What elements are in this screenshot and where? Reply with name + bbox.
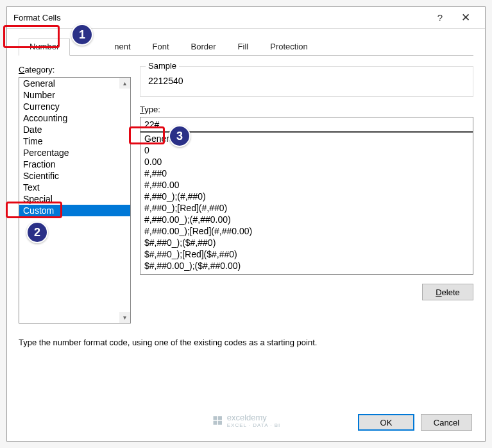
category-label: Category: [19,65,131,74]
type-item[interactable]: #,##0_);[Red](#,##0) [140,202,473,214]
tab-number[interactable]: Number [19,39,70,56]
type-item[interactable]: 0 [140,144,473,156]
help-text: Type the number format code, using one o… [19,338,473,347]
type-item[interactable]: $#,##0.00_);($#,##0.00) [140,260,473,271]
category-item-date[interactable]: Date [19,124,130,135]
content-area: Category: ▴ General Number Currency Acco… [19,65,473,323]
category-item-text[interactable]: Text [19,182,130,193]
sample-group: Sample 2212540 [140,66,473,97]
watermark-icon [212,415,223,426]
type-label: Type: [140,105,473,114]
close-icon[interactable]: ✕ [453,7,479,29]
help-icon[interactable]: ? [427,7,453,29]
footer-buttons: OK Cancel [358,414,472,431]
tab-protection[interactable]: Protection [259,39,319,56]
category-item-time[interactable]: Time [19,135,130,147]
format-cells-dialog: Format Cells ? ✕ Number nent Font Border… [6,6,486,442]
category-item-custom[interactable]: Custom [19,205,130,216]
category-item-scientific[interactable]: Scientific [19,170,130,182]
watermark-sub: EXCEL · DATA · BI [227,422,281,428]
window-title: Format Cells [13,13,427,22]
scroll-up-icon[interactable]: ▴ [119,78,130,89]
cancel-button[interactable]: Cancel [421,414,472,431]
type-item[interactable]: 0.00 [140,156,473,168]
category-listbox[interactable]: ▴ General Number Currency Accounting Dat… [19,77,131,323]
category-item-special[interactable]: Special [19,193,130,205]
type-item[interactable]: $#,##0_);[Red]($#,##0) [140,248,473,260]
watermark-name: exceldemy [227,413,267,422]
tab-fill[interactable]: Fill [227,39,260,56]
category-item-general[interactable]: General [19,78,130,89]
tab-alignment[interactable]: nent [103,39,141,56]
category-item-fraction[interactable]: Fraction [19,159,130,170]
watermark: exceldemy EXCEL · DATA · BI [212,413,281,428]
ok-button[interactable]: OK [358,414,414,431]
tab-border[interactable]: Border [180,39,227,56]
type-item[interactable]: #,##0.00_);[Red](#,##0.00) [140,225,473,237]
sample-value: 2212540 [147,73,466,89]
type-listbox[interactable]: General 0 0.00 #,##0 #,##0.00 #,##0_);(#… [140,132,473,275]
category-item-accounting[interactable]: Accounting [19,112,130,124]
type-item[interactable]: General [140,133,473,144]
delete-button[interactable]: Delete [422,284,473,300]
category-item-number[interactable]: Number [19,89,130,101]
dialog-body: Number nent Font Border Fill Protection … [7,29,485,356]
sample-label: Sample [146,61,179,71]
category-item-percentage[interactable]: Percentage [19,147,130,159]
type-item[interactable]: #,##0 [140,168,473,179]
type-item[interactable]: #,##0_);(#,##0) [140,191,473,202]
left-panel: Category: ▴ General Number Currency Acco… [19,65,131,323]
type-item[interactable]: $#,##0_);($#,##0) [140,237,473,248]
category-item-currency[interactable]: Currency [19,101,130,112]
type-input[interactable] [140,117,473,132]
tab-font[interactable]: Font [142,39,180,56]
delete-row: Delete [140,284,473,300]
tab-strip: Number nent Font Border Fill Protection [19,38,473,56]
type-item[interactable]: #,##0.00 [140,179,473,191]
scroll-down-icon[interactable]: ▾ [119,312,130,323]
titlebar: Format Cells ? ✕ [7,7,485,29]
type-item[interactable]: #,##0.00_);(#,##0.00) [140,214,473,225]
right-panel: Sample 2212540 Type: General 0 0.00 #,##… [140,65,473,323]
